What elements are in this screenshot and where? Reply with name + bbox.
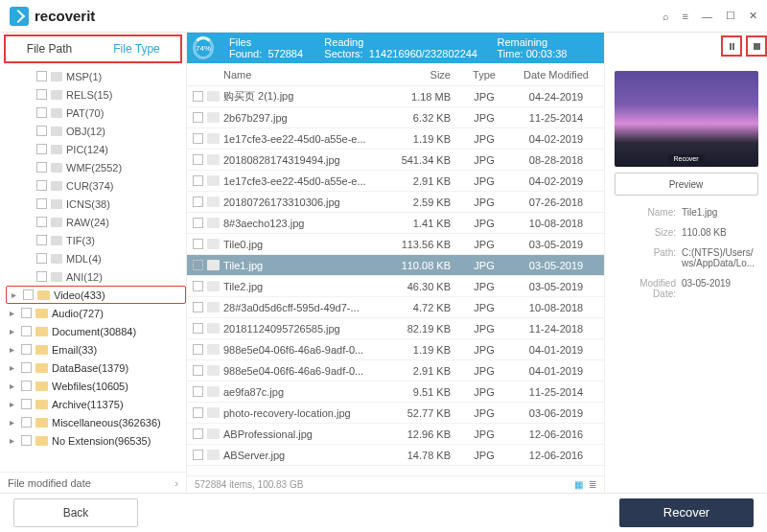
tree-node[interactable]: TIF(3) (6, 231, 186, 249)
table-row[interactable]: 购买页 2(1).jpg1.18 MBJPG04-24-2019 (187, 86, 604, 107)
table-row[interactable]: 28#3a0d5d6cff-595d-49d7-...4.72 KBJPG10-… (187, 297, 604, 318)
sidebar-tabs: File Path File Type (4, 35, 182, 63)
table-row[interactable]: ABProfessional.jpg12.96 KBJPG12-06-2016 (187, 424, 604, 445)
footer: Back Recover (0, 493, 767, 531)
stop-scan-button[interactable] (746, 35, 767, 57)
tree-category[interactable]: ▸Archive(11375) (6, 395, 186, 413)
filter-bar[interactable]: File modified date › (0, 472, 186, 493)
minimize-button[interactable]: — (702, 11, 712, 22)
tree-node[interactable]: CUR(374) (6, 176, 186, 195)
scan-status-bar: 74% Files Found: 572884 Reading Sectors:… (187, 33, 604, 63)
sidebar: File Path File Type MSP(1)RELS(15)PAT(70… (0, 33, 187, 493)
chevron-right-icon: › (174, 477, 178, 489)
col-size[interactable]: Size (384, 69, 460, 81)
pause-scan-button[interactable] (721, 35, 742, 57)
table-row[interactable]: 1e17cfe3-ee22-45d0-a55e-e...1.19 KBJPG04… (187, 128, 604, 150)
tree-category[interactable]: ▸Audio(727) (6, 304, 186, 322)
file-list[interactable]: 购买页 2(1).jpg1.18 MBJPG04-24-20192b67b297… (187, 86, 604, 475)
maximize-button[interactable]: ☐ (726, 10, 735, 22)
preview-metadata: Name:Tile1.jpg Size:110.08 KB Path:C:(NT… (615, 207, 757, 309)
file-type-tree[interactable]: MSP(1)RELS(15)PAT(70)OBJ(12)PIC(124)WMF(… (0, 65, 186, 472)
table-row[interactable]: 2b67b297.jpg6.32 KBJPG11-25-2014 (187, 107, 604, 128)
table-row[interactable]: 20181124095726585.jpg82.19 KBJPG11-24-20… (187, 318, 604, 339)
table-row[interactable]: Tile1.jpg110.08 KBJPG03-05-2019 (187, 255, 604, 276)
view-list-icon[interactable]: ≣ (589, 479, 596, 490)
tab-file-type[interactable]: File Type (93, 36, 180, 61)
table-row[interactable]: ae9fa87c.jpg9.51 KBJPG11-25-2014 (187, 382, 604, 403)
recover-button[interactable]: Recover (619, 498, 754, 527)
col-name[interactable]: Name (223, 69, 384, 81)
tree-node[interactable]: RELS(15) (6, 85, 186, 104)
table-row[interactable]: 20180726173310306.jpg2.59 KBJPG07-26-201… (187, 192, 604, 213)
menu-icon[interactable]: ≡ (683, 11, 688, 22)
thumb-caption: Recover (667, 154, 704, 163)
tree-node[interactable]: MSP(1) (6, 67, 186, 85)
view-grid-icon[interactable]: ▦ (574, 479, 583, 490)
col-type[interactable]: Type (460, 69, 508, 81)
status-line: 572884 items, 100.83 GB ▦ ≣ (187, 475, 604, 493)
app-name: recoverit (35, 8, 95, 24)
col-date[interactable]: Date Modified (508, 69, 604, 81)
tree-category[interactable]: ▸Document(30884) (6, 322, 186, 340)
tree-node[interactable]: OBJ(12) (6, 122, 186, 140)
tree-node[interactable]: PIC(124) (6, 140, 186, 158)
tree-category[interactable]: ▸Webfiles(10605) (6, 377, 186, 395)
table-row[interactable]: 20180828174319494.jpg541.34 KBJPG08-28-2… (187, 150, 604, 171)
table-row[interactable]: ABServer.jpg14.78 KBJPG12-06-2016 (187, 445, 604, 466)
tree-node[interactable]: RAW(24) (6, 213, 186, 231)
tree-node[interactable]: ICNS(38) (6, 195, 186, 213)
preview-thumbnail: Recover (615, 71, 758, 167)
item-count: 572884 items, 100.83 GB (195, 479, 303, 490)
tree-category[interactable]: ▸DataBase(1379) (6, 359, 186, 377)
tree-node[interactable]: PAT(70) (6, 104, 186, 122)
tree-category[interactable]: ▸No Extension(96535) (6, 431, 186, 450)
app-logo: recoverit (10, 7, 95, 26)
table-row[interactable]: Tile2.jpg46.30 KBJPG03-05-2019 (187, 276, 604, 297)
main-panel: 74% Files Found: 572884 Reading Sectors:… (187, 33, 604, 493)
tab-file-path[interactable]: File Path (6, 36, 93, 61)
logo-icon (10, 7, 29, 26)
table-row[interactable]: Tile0.jpg113.56 KBJPG03-05-2019 (187, 234, 604, 255)
table-row[interactable]: 988e5e04-06f6-46a6-9adf-0...2.91 KBJPG04… (187, 360, 604, 382)
table-row[interactable]: photo-recovery-location.jpg52.77 KBJPG03… (187, 403, 604, 424)
preview-button[interactable]: Preview (615, 173, 758, 196)
tree-category[interactable]: ▸Miscellaneous(362636) (6, 413, 186, 431)
titlebar: recoverit ⌕ ≡ — ☐ ✕ (0, 0, 767, 33)
tree-category[interactable]: ▸Email(33) (6, 340, 186, 359)
tree-node[interactable]: ANI(12) (6, 267, 186, 286)
preview-panel: Recover Preview Name:Tile1.jpg Size:110.… (604, 33, 767, 493)
tree-node[interactable]: MDL(4) (6, 249, 186, 267)
table-row[interactable]: 8#3aecho123.jpg1.41 KBJPG10-08-2018 (187, 213, 604, 234)
table-row[interactable]: 988e5e04-06f6-46a6-9adf-0...1.19 KBJPG04… (187, 339, 604, 360)
progress-ring: 74% (193, 36, 214, 59)
back-button[interactable]: Back (13, 498, 138, 527)
tree-node[interactable]: WMF(2552) (6, 158, 186, 176)
table-header: Name Size Type Date Modified (187, 63, 604, 86)
tree-category[interactable]: ▸Video(433) (6, 286, 186, 304)
search-icon[interactable]: ⌕ (662, 11, 669, 22)
table-row[interactable]: 1e17cfe3-ee22-45d0-a55e-e...2.91 KBJPG04… (187, 171, 604, 192)
close-button[interactable]: ✕ (749, 10, 757, 22)
filter-label: File modified date (8, 477, 91, 489)
